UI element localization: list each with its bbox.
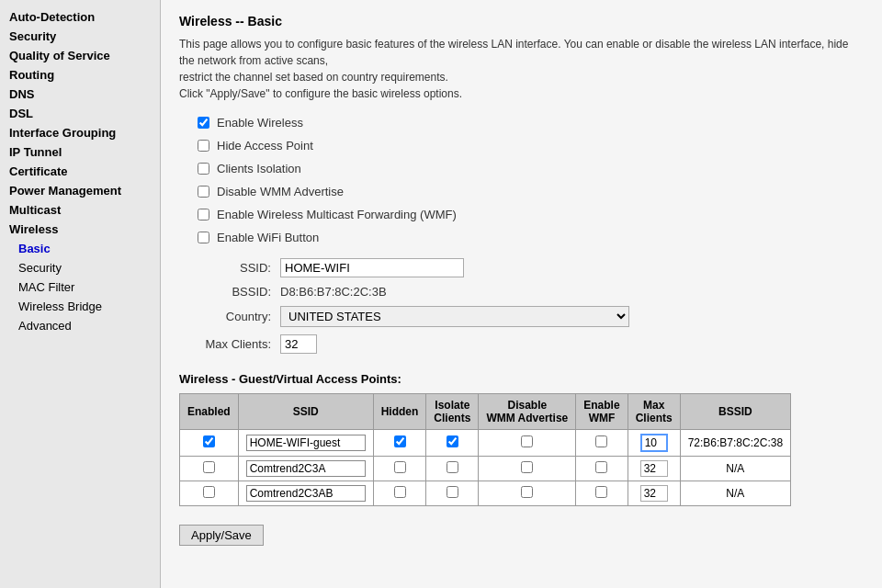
sidebar-item-wireless[interactable]: Wireless — [0, 220, 160, 239]
page-title: Wireless -- Basic — [179, 14, 864, 28]
field-label: Country: — [188, 310, 271, 323]
table-row: 72:B6:B7:8C:2C:38 — [180, 430, 791, 457]
sidebar-item-auto-detection[interactable]: Auto-Detection — [0, 7, 160, 27]
sidebar-item-dns[interactable]: DNS — [0, 85, 160, 104]
row-isolate-2[interactable] — [447, 486, 458, 498]
checkbox-label-enable-multicast: Enable Wireless Multicast Forwarding (WM… — [217, 208, 457, 221]
table-header: EnableWMF — [576, 394, 628, 430]
sidebar-item-advanced[interactable]: Advanced — [0, 316, 160, 335]
field-row: Max Clients: — [188, 334, 864, 354]
page-description: This page allows you to configure basic … — [179, 36, 864, 102]
table-header: SSID — [238, 394, 373, 430]
row-isolate-0[interactable] — [447, 435, 458, 447]
main-content: Wireless -- Basic This page allows you t… — [161, 0, 882, 588]
description-line-1: restrict the channel set based on countr… — [179, 71, 448, 84]
row-ssid-2[interactable] — [246, 485, 366, 502]
sidebar-item-power-management[interactable]: Power Management — [0, 181, 160, 200]
field-row: Country:UNITED STATES — [188, 306, 864, 327]
table-header: DisableWMM Advertise — [479, 394, 576, 430]
row-bssid-1: N/A — [680, 457, 790, 481]
row-max-clients-1[interactable] — [640, 460, 668, 477]
sidebar-item-interface-grouping[interactable]: Interface Grouping — [0, 123, 160, 142]
checkbox-row-disable-wmm: Disable WMM Advertise — [198, 185, 864, 198]
checkbox-label-disable-wmm: Disable WMM Advertise — [217, 185, 344, 198]
table-row: N/A — [180, 457, 791, 481]
bssid-value: D8:B6:B7:8C:2C:3B — [280, 285, 387, 299]
table-header: Hidden — [373, 394, 426, 430]
row-enabled-1[interactable] — [203, 461, 215, 473]
checkbox-row-hide-access-point: Hide Access Point — [198, 139, 864, 153]
row-enable-wmf-1[interactable] — [595, 461, 607, 473]
checkbox-enable-wireless[interactable] — [198, 117, 209, 129]
row-disable-wmm-2[interactable] — [521, 486, 533, 498]
checkbox-row-enable-multicast: Enable Wireless Multicast Forwarding (WM… — [198, 208, 864, 221]
row-ssid-1[interactable] — [246, 460, 366, 477]
row-disable-wmm-0[interactable] — [521, 435, 533, 447]
row-hidden-1[interactable] — [394, 461, 406, 473]
table-header: BSSID — [680, 394, 790, 430]
row-enable-wmf-2[interactable] — [595, 486, 607, 498]
checkbox-row-clients-isolation: Clients Isolation — [198, 162, 864, 175]
field-row: SSID: — [188, 258, 864, 277]
field-label: Max Clients: — [188, 337, 271, 351]
row-hidden-0[interactable] — [394, 435, 406, 447]
row-hidden-2[interactable] — [394, 486, 406, 498]
checkbox-enable-multicast[interactable] — [198, 209, 209, 220]
field-label: SSID: — [188, 261, 271, 275]
apply-save-button[interactable]: Apply/Save — [179, 525, 264, 546]
checkbox-row-enable-wifi-button: Enable WiFi Button — [198, 231, 864, 244]
row-enable-wmf-0[interactable] — [595, 435, 607, 447]
sidebar-item-security[interactable]: Security — [0, 27, 160, 46]
checkbox-row-enable-wireless: Enable Wireless — [198, 116, 864, 130]
checkbox-label-enable-wireless: Enable Wireless — [217, 116, 303, 130]
checkbox-label-hide-access-point: Hide Access Point — [217, 139, 313, 153]
checkbox-disable-wmm[interactable] — [198, 186, 209, 198]
row-disable-wmm-1[interactable] — [521, 461, 533, 473]
ssid-input[interactable] — [280, 258, 464, 277]
sidebar-item-dsl[interactable]: DSL — [0, 104, 160, 123]
row-max-clients-0[interactable] — [640, 434, 668, 452]
sidebar: Auto-DetectionSecurityQuality of Service… — [0, 0, 161, 588]
row-max-clients-2[interactable] — [640, 485, 668, 502]
checkbox-enable-wifi-button[interactable] — [198, 232, 209, 243]
sidebar-item-certificate[interactable]: Certificate — [0, 162, 160, 181]
guest-ap-table: EnabledSSIDHiddenIsolateClientsDisableWM… — [179, 393, 791, 506]
row-ssid-0[interactable] — [246, 435, 366, 451]
sidebar-item-basic[interactable]: Basic — [0, 239, 160, 258]
guest-section-label: Wireless - Guest/Virtual Access Points: — [179, 372, 864, 386]
checkbox-label-enable-wifi-button: Enable WiFi Button — [217, 231, 319, 244]
checkbox-label-clients-isolation: Clients Isolation — [217, 162, 301, 175]
sidebar-item-quality-of-service[interactable]: Quality of Service — [0, 46, 160, 65]
description-line-0: This page allows you to configure basic … — [179, 38, 848, 67]
description-line-2: Click "Apply/Save" to configure the basi… — [179, 87, 462, 100]
table-header: Enabled — [180, 394, 239, 430]
table-header: MaxClients — [628, 394, 680, 430]
table-header: IsolateClients — [426, 394, 479, 430]
row-enabled-2[interactable] — [203, 486, 215, 498]
field-row: BSSID:D8:B6:B7:8C:2C:3B — [188, 285, 864, 299]
row-enabled-0[interactable] — [203, 435, 215, 447]
sidebar-item-multicast[interactable]: Multicast — [0, 200, 160, 220]
row-bssid-0: 72:B6:B7:8C:2C:38 — [680, 430, 790, 457]
field-label: BSSID: — [188, 285, 271, 299]
sidebar-item-mac-filter[interactable]: MAC Filter — [0, 277, 160, 297]
max-clients-input[interactable] — [280, 334, 317, 354]
checkbox-clients-isolation[interactable] — [198, 163, 209, 175]
country-select[interactable]: UNITED STATES — [280, 306, 629, 327]
sidebar-item-ip-tunnel[interactable]: IP Tunnel — [0, 142, 160, 162]
sidebar-item-routing[interactable]: Routing — [0, 65, 160, 85]
sidebar-item-wireless-bridge[interactable]: Wireless Bridge — [0, 297, 160, 316]
checkbox-hide-access-point[interactable] — [198, 140, 209, 152]
row-isolate-1[interactable] — [447, 461, 458, 473]
options-section: Enable WirelessHide Access PointClients … — [179, 116, 864, 244]
table-row: N/A — [180, 481, 791, 506]
row-bssid-2: N/A — [680, 481, 790, 506]
sidebar-item-wireless-security[interactable]: Security — [0, 258, 160, 277]
